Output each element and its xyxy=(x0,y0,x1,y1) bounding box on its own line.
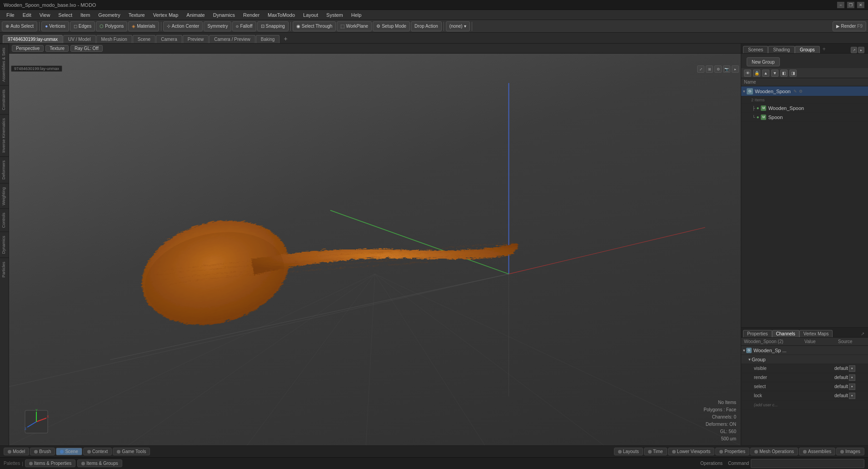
symmetry-button[interactable]: Symmetry xyxy=(204,21,231,31)
polygons-button[interactable]: ⬡ Polygons xyxy=(96,21,127,31)
sidebar-constraints[interactable]: Constraints xyxy=(0,85,9,114)
select-through-button[interactable]: ◉ Select Through xyxy=(293,21,336,31)
menu-vertex-map[interactable]: Vertex Map xyxy=(150,11,182,19)
groups-icon-right[interactable]: ◨ xyxy=(789,70,797,77)
sidebar-controls[interactable]: Controls xyxy=(0,209,9,232)
assemblies-button[interactable]: Assemblies xyxy=(799,448,835,455)
channel-dropdown-render[interactable]: ▾ xyxy=(849,374,855,381)
viewport-3d[interactable]: Perspective Texture Ray GL: Off xyxy=(9,44,741,445)
menu-help[interactable]: Help xyxy=(348,11,365,19)
tab-preview[interactable]: Preview xyxy=(183,35,209,43)
channel-row-add-user[interactable]: (add user c... xyxy=(741,400,868,409)
add-panel-tab-button[interactable]: + xyxy=(820,45,828,53)
mode-brush-button[interactable]: Brush xyxy=(30,448,55,455)
items-groups-button[interactable]: Items & Groups xyxy=(77,459,122,467)
sidebar-deformers[interactable]: Deformers xyxy=(0,156,9,183)
channels-wooden-sp-row[interactable]: ▾ G Wooden_Sp ... xyxy=(741,346,868,355)
tab-vertex-maps[interactable]: Vertex Maps xyxy=(799,330,833,337)
perspective-button[interactable]: Perspective xyxy=(12,45,44,52)
menu-system[interactable]: System xyxy=(323,11,347,19)
texture-button[interactable]: Texture xyxy=(45,45,69,52)
tab-baking[interactable]: Baking xyxy=(256,35,280,43)
menu-geometry[interactable]: Geometry xyxy=(95,11,124,19)
group-row-wooden-spoon[interactable]: ▾ G Wooden_Spoon ✎ ⚙ xyxy=(741,86,868,96)
panel-chevron-icon[interactable]: ▸ xyxy=(858,47,864,53)
menu-select[interactable]: Select xyxy=(55,11,76,19)
menu-texture[interactable]: Texture xyxy=(125,11,149,19)
sidebar-dynamics[interactable]: Dynamics xyxy=(0,232,9,258)
more-options-icon[interactable]: ▸ xyxy=(732,65,739,73)
mesh-operations-button[interactable]: Mesh Operations xyxy=(750,448,798,455)
channel-dropdown-lock[interactable]: ▾ xyxy=(849,393,855,399)
sidebar-weighting[interactable]: Weighting xyxy=(0,183,9,209)
groups-icon-up[interactable]: ▲ xyxy=(762,70,769,77)
falloff-button[interactable]: ⌾ Falloff xyxy=(232,21,256,31)
viewport-options-icon[interactable]: ⚙ xyxy=(714,65,722,73)
close-button[interactable]: ✕ xyxy=(857,2,864,8)
groups-icon-lock[interactable]: 🔒 xyxy=(753,70,760,77)
lower-viewports-button[interactable]: Lower Viewports xyxy=(668,448,715,455)
tab-camera[interactable]: Camera xyxy=(156,35,182,43)
menu-item[interactable]: Item xyxy=(77,11,94,19)
groups-icon-down[interactable]: ▼ xyxy=(771,70,778,77)
properties-expand-icon[interactable]: ↗ xyxy=(859,330,866,337)
auto-select-button[interactable]: ⊕ Auto Select xyxy=(2,21,37,31)
item-id-label[interactable]: 97484630199:lay-unmax xyxy=(11,65,62,72)
add-tab-button[interactable]: + xyxy=(280,34,291,43)
mode-model-button[interactable]: Model xyxy=(4,448,29,455)
tab-properties[interactable]: Properties xyxy=(743,330,772,337)
ray-gl-button[interactable]: Ray GL: Off xyxy=(70,45,103,52)
restore-button[interactable]: ❐ xyxy=(847,2,854,8)
groups-icon-left[interactable]: ◧ xyxy=(780,70,788,77)
maximize-viewport-icon[interactable]: ⤢ xyxy=(697,65,704,73)
command-input[interactable] xyxy=(751,459,864,468)
groups-icon-eye[interactable]: 👁 xyxy=(744,70,751,77)
group-item-spoon-mesh[interactable]: └ ● M Spoon xyxy=(741,113,868,122)
tab-scenes[interactable]: Scenes xyxy=(743,46,768,53)
menu-dynamics[interactable]: Dynamics xyxy=(210,11,239,19)
new-group-button[interactable]: New Group xyxy=(747,57,780,66)
menu-render[interactable]: Render xyxy=(239,11,263,19)
group-item-wooden-spoon-mesh[interactable]: ├ ● M Wooden_Spoon xyxy=(741,104,868,113)
tab-uv-model[interactable]: UV / Model xyxy=(63,35,95,43)
none-dropdown-button[interactable]: (none) ▾ xyxy=(446,21,470,31)
images-button[interactable]: Images xyxy=(836,448,864,455)
panel-expand-icon[interactable]: ↗ xyxy=(851,47,857,53)
snapping-button[interactable]: ⊡ Snapping xyxy=(257,21,289,31)
setup-mode-button[interactable]: ⚙ Setup Mode xyxy=(373,21,410,31)
minimize-button[interactable]: − xyxy=(837,2,844,8)
menu-animate[interactable]: Animate xyxy=(183,11,208,19)
mode-game-tools-button[interactable]: Game Tools xyxy=(113,448,150,455)
properties-button[interactable]: Properties xyxy=(715,448,749,455)
channel-dropdown-visible[interactable]: ▾ xyxy=(849,365,855,372)
materials-button[interactable]: ◈ Materials xyxy=(128,21,159,31)
tab-shading[interactable]: Shading xyxy=(768,46,795,53)
tab-camera-preview[interactable]: Camera / Preview xyxy=(209,35,255,43)
channel-dropdown-select[interactable]: ▾ xyxy=(849,384,855,390)
tab-mesh-fusion[interactable]: Mesh Fusion xyxy=(96,35,132,43)
mode-context-button[interactable]: Context xyxy=(83,448,112,455)
render-button[interactable]: ▶ Render F9 xyxy=(833,21,866,31)
menu-edit[interactable]: Edit xyxy=(19,11,35,19)
action-center-button[interactable]: ⊹ Action Center xyxy=(163,21,203,31)
tab-channels[interactable]: Channels xyxy=(772,330,799,337)
menu-maxtomodo[interactable]: MaxToModo xyxy=(264,11,299,19)
menu-layout[interactable]: Layout xyxy=(299,11,322,19)
viewport-layout-icon[interactable]: ⊞ xyxy=(706,65,713,73)
layouts-button[interactable]: Layouts xyxy=(614,448,643,455)
edges-button[interactable]: ◻ Edges xyxy=(70,21,95,31)
channels-group-subrow[interactable]: ▾ Group xyxy=(741,355,868,364)
tab-scene[interactable]: Scene xyxy=(133,35,155,43)
sidebar-ik[interactable]: Inverse Kinematics xyxy=(0,114,9,156)
sidebar-assemblies[interactable]: Assemblies & Sets xyxy=(0,44,9,85)
sidebar-particles[interactable]: Particles xyxy=(0,258,9,281)
camera-icon[interactable]: 📷 xyxy=(723,65,730,73)
workplane-button[interactable]: ⬚ WorkPlane xyxy=(337,21,372,31)
vertices-button[interactable]: ● Vertices xyxy=(41,21,69,31)
tab-groups[interactable]: Groups xyxy=(795,46,820,53)
tab-lay-unmax[interactable]: 97484630199:lay-unmax xyxy=(3,35,63,43)
time-button[interactable]: Time xyxy=(644,448,667,455)
menu-view[interactable]: View xyxy=(36,11,54,19)
drop-action-button[interactable]: Drop Action xyxy=(411,21,442,31)
menu-file[interactable]: File xyxy=(3,11,18,19)
